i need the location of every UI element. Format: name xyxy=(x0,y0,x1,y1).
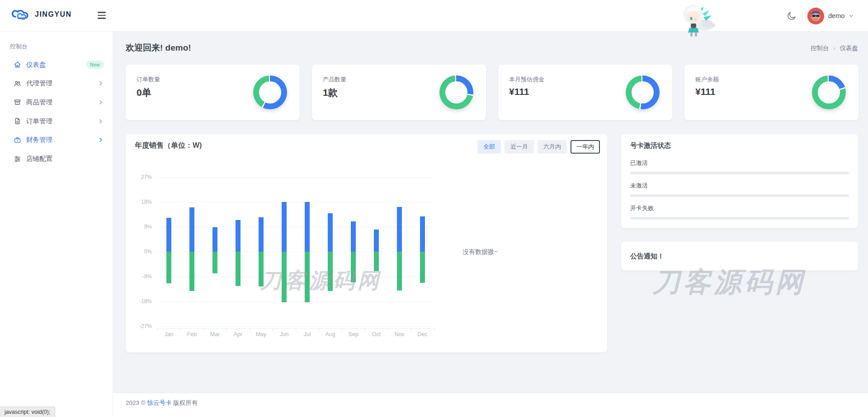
breadcrumb-home[interactable]: 控制台 xyxy=(811,44,829,52)
gridline xyxy=(157,276,434,277)
notice-title: 公告通知！ xyxy=(630,252,664,261)
user-name: demo xyxy=(828,12,844,19)
bar-negative-Dec xyxy=(420,252,425,283)
breadcrumb-current: 仪表盘 xyxy=(840,44,859,52)
sidebar: 控制台 仪表盘New代理管理商品管理订单管理财务管理店铺配置 xyxy=(0,32,113,417)
activation-row-2: 开卡失败 xyxy=(630,204,849,220)
bar-negative-Oct xyxy=(374,252,379,271)
sidebar-item-label: 财务管理 xyxy=(26,136,52,144)
page-title: 欢迎回来! demo! xyxy=(126,42,191,54)
briefcase-icon xyxy=(14,136,21,144)
bar-positive-Apr xyxy=(236,220,241,252)
dashboard-page: JINGYUN xyxy=(0,0,868,417)
sidebar-item-label: 商品管理 xyxy=(26,98,52,107)
archive-icon xyxy=(14,98,21,106)
hamburger-menu-icon[interactable] xyxy=(98,11,108,20)
chevron-right-icon xyxy=(98,80,104,86)
top-header: JINGYUN xyxy=(0,0,868,32)
activation-rows: 已激活未激活开卡失败 xyxy=(630,159,849,220)
stat-label: 账户余额 xyxy=(695,75,719,84)
gridline xyxy=(157,202,434,202)
chart-title: 年度销售（单位：W) xyxy=(135,141,202,150)
sidebar-item-shop[interactable]: 店铺配置 xyxy=(0,150,113,169)
stat-label: 本月预估佣金 xyxy=(509,75,544,84)
brand-name: JINGYUN xyxy=(35,10,72,19)
user-avatar xyxy=(807,8,824,24)
x-axis-label-Sep: Sep xyxy=(342,331,365,337)
footer-year: 2023 © xyxy=(126,399,146,406)
chevron-right-icon xyxy=(98,99,104,105)
x-axis-label-Feb: Feb xyxy=(180,331,203,337)
brand-logo[interactable]: JINGYUN xyxy=(12,8,72,21)
bar-positive-Jan xyxy=(166,218,171,252)
bar-positive-Feb xyxy=(189,207,194,252)
stat-value: ¥111 xyxy=(695,86,715,97)
bar-negative-Jul xyxy=(305,252,310,302)
gridline xyxy=(157,252,434,252)
progress-bar xyxy=(630,217,849,220)
dark-mode-toggle[interactable] xyxy=(784,9,799,23)
sidebar-item-dashboard[interactable]: 仪表盘New xyxy=(0,55,113,74)
bar-negative-Nov xyxy=(397,252,402,290)
copyright-text: 2023 © 惊云号卡 版权所有 xyxy=(126,399,198,407)
bar-negative-Mar xyxy=(212,252,217,273)
gridline xyxy=(157,177,434,178)
x-axis-label-Nov: Nov xyxy=(388,331,411,337)
bar-positive-Oct xyxy=(374,230,379,252)
filter-button-1[interactable]: 近一月 xyxy=(505,140,534,154)
activation-title: 号卡激活状态 xyxy=(630,141,849,150)
x-axis-label-Oct: Oct xyxy=(365,331,388,337)
sidebar-item-orders[interactable]: 订单管理 xyxy=(0,112,113,131)
sidebar-item-label: 仪表盘 xyxy=(26,61,46,69)
donut-chart xyxy=(812,75,846,109)
sidebar-item-products[interactable]: 商品管理 xyxy=(0,93,113,112)
x-axis-label-Jan: Jan xyxy=(157,331,180,337)
y-axis-tick-label: 18% xyxy=(126,199,152,205)
sidebar-item-label: 店铺配置 xyxy=(26,155,52,163)
filter-button-2[interactable]: 六月内 xyxy=(538,140,567,154)
progress-bar xyxy=(630,194,849,197)
card-notice: 公告通知！ xyxy=(621,242,858,271)
user-menu[interactable]: demo xyxy=(807,7,854,25)
annual-sales-card: 年度销售（单位：W) 全部近一月六月内一年内 27%18%9%0%-9%-18%… xyxy=(126,134,607,352)
bar-negative-Feb xyxy=(189,252,194,291)
gridline xyxy=(157,326,434,327)
x-axis-label-Dec: Dec xyxy=(411,331,434,337)
sidebar-section-label: 控制台 xyxy=(10,42,28,51)
donut-chart xyxy=(439,75,473,109)
sidebar-item-finance[interactable]: 财务管理 xyxy=(0,131,113,150)
cloud-logo-icon xyxy=(12,8,31,21)
bar-negative-Jun xyxy=(282,252,287,302)
stat-card-0: 订单数量0单 xyxy=(126,65,300,120)
bar-positive-Jun xyxy=(282,202,287,252)
stat-value: 0单 xyxy=(137,86,151,99)
bar-positive-Nov xyxy=(397,207,402,252)
activation-row-0: 已激活 xyxy=(630,159,849,174)
file-icon xyxy=(14,117,21,125)
breadcrumb: 控制台 › 仪表盘 xyxy=(811,44,858,52)
y-axis-tick-label: 27% xyxy=(126,174,152,180)
bar-negative-Aug xyxy=(328,252,333,291)
x-axis-label-Mar: Mar xyxy=(203,331,226,337)
x-axis-tick xyxy=(434,328,434,331)
donut-chart xyxy=(626,75,660,109)
y-axis-tick-label: 0% xyxy=(126,248,152,255)
footer-brand-link[interactable]: 惊云号卡 xyxy=(147,399,172,406)
sidebar-item-agents[interactable]: 代理管理 xyxy=(0,74,113,93)
x-axis-label-Apr: Apr xyxy=(226,331,250,337)
y-axis-tick-label: -18% xyxy=(126,298,152,305)
card-activation-status: 号卡激活状态 已激活未激活开卡失败 xyxy=(621,134,858,228)
bar-positive-May xyxy=(259,217,264,252)
bar-negative-Apr xyxy=(236,252,241,286)
sidebar-item-label: 代理管理 xyxy=(26,79,52,88)
chevron-right-icon xyxy=(98,118,104,124)
gridline xyxy=(157,227,434,227)
filter-button-3[interactable]: 一年内 xyxy=(571,140,600,154)
bar-positive-Dec xyxy=(420,216,425,252)
filter-button-0[interactable]: 全部 xyxy=(477,140,501,154)
moon-icon xyxy=(787,11,797,21)
y-axis-tick-label: 9% xyxy=(126,224,152,230)
stat-card-3: 账户余额¥111 xyxy=(684,65,859,120)
stat-label: 产品数量 xyxy=(323,75,346,84)
stat-label: 订单数量 xyxy=(137,75,160,84)
